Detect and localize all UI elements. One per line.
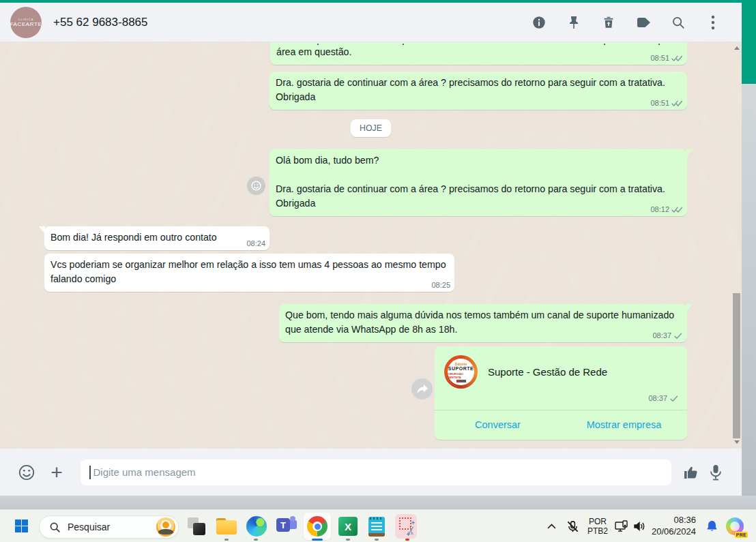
message-time: 08:51 (650, 96, 669, 110)
date-divider: HOJE (351, 119, 391, 137)
message-input-box[interactable] (81, 460, 671, 485)
desktop-right-strip (742, 0, 756, 496)
attach-plus-icon[interactable]: + (46, 462, 67, 483)
window-bottom-edge (0, 496, 756, 509)
pin-icon[interactable] (566, 14, 582, 31)
message-composer: + (0, 449, 742, 496)
search-icon[interactable] (670, 14, 686, 31)
message-time: 08:37 (652, 329, 671, 343)
message-time: 08:37 (648, 391, 667, 406)
active-indicator (312, 539, 323, 541)
message-text: Bom dia! Já respondi em outro contato (50, 232, 217, 243)
contact-logo-mark (456, 380, 466, 382)
scrollbar-down-arrow[interactable] (734, 440, 740, 444)
tray-copilot-icon[interactable]: PRE (723, 515, 746, 537)
message-text: Que bom, tendo mais alguma dúvida nos te… (285, 310, 674, 335)
forward-arrow-icon (416, 384, 428, 395)
avatar-text: FACEARTE (10, 21, 42, 27)
message-bubble-incoming[interactable]: Vcs poderiam se organizar melhor em rela… (44, 254, 454, 292)
message-input[interactable] (92, 466, 641, 479)
text-cursor (89, 466, 91, 479)
message-bubble-outgoing[interactable]: Que bom, tendo mais alguma dúvida nos te… (279, 304, 687, 342)
double-check-icon (671, 206, 683, 213)
taskbar-app-dark-squares[interactable] (186, 515, 207, 537)
single-check-icon (669, 395, 679, 402)
message-text: Dra. gostaria de continuar com a área ? … (276, 77, 665, 102)
taskbar-app-edge[interactable] (246, 515, 267, 537)
avatar[interactable]: CLÍNICA FACEARTE (10, 7, 42, 38)
message-contact-button[interactable]: Conversar (435, 418, 561, 432)
message-text: Vcs poderiam se organizar melhor em rela… (50, 259, 446, 284)
message-time: 08:51 (650, 51, 669, 65)
scrollbar-thumb[interactable] (733, 293, 740, 438)
running-indicator (346, 539, 350, 541)
attention-indicator (405, 539, 409, 541)
running-indicator (254, 539, 258, 541)
language-line1: POR (589, 517, 607, 526)
message-meta: 08:51 (650, 51, 683, 65)
blank-line (276, 168, 681, 182)
tray-chevron-up-icon[interactable] (544, 515, 558, 537)
taskbar-app-snipping-tool[interactable]: ✂++ (395, 515, 417, 537)
microphone-icon[interactable] (706, 462, 726, 483)
message-meta: 08:37 (435, 390, 687, 410)
scrollbar-up-arrow[interactable] (734, 46, 740, 50)
emoji-icon[interactable] (16, 462, 37, 483)
clipped-text-fragment (276, 42, 681, 45)
taskbar-search[interactable]: Pesquisar (39, 515, 179, 539)
clear-chat-icon[interactable] (600, 14, 617, 31)
tray-volume-icon[interactable] (630, 515, 648, 537)
info-icon[interactable] (531, 14, 547, 31)
message-time: 08:12 (650, 202, 669, 217)
chat-title-phone-number[interactable]: +55 62 9683-8865 (53, 16, 148, 29)
message-time: 08:25 (431, 278, 450, 292)
bing-daily-icon[interactable] (156, 517, 175, 537)
header-actions (531, 14, 721, 31)
start-button[interactable] (15, 520, 28, 532)
search-icon (49, 522, 61, 533)
message-bubble-outgoing[interactable]: Dra. gostaria de continuar com a área ? … (270, 72, 687, 110)
taskbar-app-file-explorer[interactable] (216, 515, 237, 537)
tray-language-indicator[interactable]: POR PTB2 (584, 515, 611, 537)
message-meta: 08:12 (650, 202, 683, 217)
smiley-icon (250, 180, 262, 192)
taskbar-app-excel[interactable]: X (337, 515, 359, 537)
message-bubble-outgoing[interactable]: Olá bom dia, tudo bem? Dra. gostaria de … (270, 149, 687, 216)
tray-mic-muted-icon[interactable] (564, 515, 581, 537)
chat-message-area: área em questão. 08:51 Dra. gostaria de … (0, 42, 742, 449)
running-indicator (375, 539, 379, 541)
contact-card-actions: Conversar Mostrar empresa (435, 410, 687, 440)
message-time: 08:24 (246, 237, 265, 251)
chat-header: CLÍNICA FACEARTE +55 62 9683-8865 (0, 3, 742, 42)
clock-time: 08:36 (673, 515, 696, 526)
contact-name: Suporte - Gestão de Rede (488, 365, 607, 379)
message-text: Olá bom dia, tudo bem? (276, 155, 379, 166)
tray-clock[interactable]: 08:36 20/06/2024 (647, 515, 696, 537)
message-bubble-incoming[interactable]: Bom dia! Já respondi em outro contato 08… (44, 226, 270, 250)
running-indicator (224, 539, 229, 541)
forward-message-button[interactable] (411, 378, 433, 400)
tray-cast-icon[interactable] (613, 515, 630, 537)
label-icon[interactable] (635, 14, 652, 31)
double-check-icon (671, 100, 683, 107)
message-text: área em questão. (276, 46, 351, 57)
message-text: Dra. gostaria de continuar com a área ? … (276, 183, 665, 209)
language-line2: PTB2 (587, 526, 608, 536)
single-check-icon (673, 332, 683, 340)
avatar-text-small: CLÍNICA (18, 18, 34, 21)
tray-notification-bell-icon[interactable] (703, 515, 721, 537)
react-emoji-button[interactable] (247, 177, 265, 195)
message-meta: 08:37 (652, 329, 683, 343)
desktop-teal-block (742, 0, 756, 84)
contact-logo-text: CIRURGIÃO DENTISTA (448, 372, 474, 379)
contact-card-message[interactable]: Odonto SUPORTE CIRURGIÃO DENTISTA Suport… (435, 346, 687, 440)
message-bubble-outgoing[interactable]: área em questão. 08:51 (270, 42, 687, 65)
clock-date: 20/06/2024 (652, 526, 696, 538)
menu-icon[interactable] (705, 14, 721, 31)
message-meta: 08:24 (246, 237, 265, 251)
taskbar-app-chrome[interactable] (306, 515, 328, 537)
taskbar-app-notepad[interactable] (366, 515, 388, 537)
show-business-button[interactable]: Mostrar empresa (561, 418, 687, 432)
taskbar-app-teams[interactable]: T (276, 515, 297, 537)
thumbs-up-icon[interactable] (681, 462, 701, 483)
